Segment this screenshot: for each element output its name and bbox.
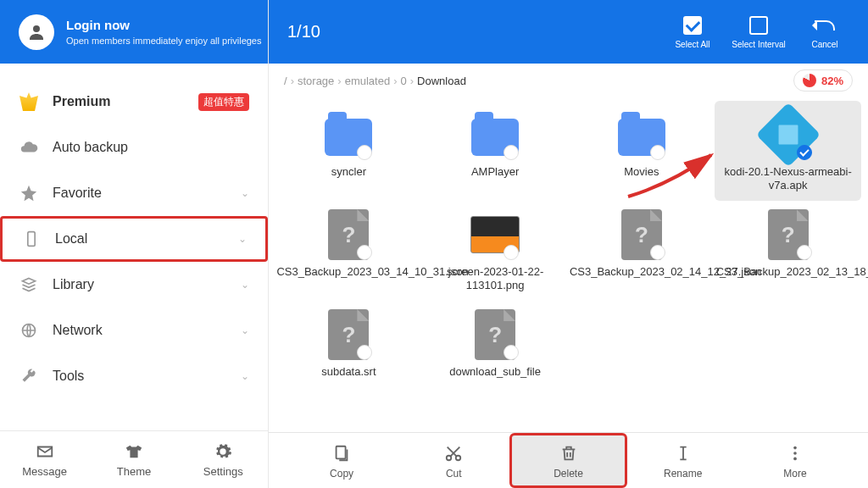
crumb-emulated[interactable]: emulated — [345, 75, 390, 87]
select-dot[interactable] — [650, 245, 665, 260]
local-label: Local — [55, 231, 238, 247]
message-label: Message — [22, 465, 67, 478]
chevron-right-icon: › — [337, 75, 341, 87]
kodi-icon — [755, 103, 820, 167]
action-delete[interactable]: Delete — [509, 433, 626, 488]
select-dot[interactable] — [650, 145, 665, 160]
folder-movies[interactable]: Movies — [569, 101, 715, 201]
select-dot-checked[interactable] — [797, 145, 812, 160]
crumb-download[interactable]: Download — [417, 75, 466, 87]
action-cut[interactable]: Cut — [398, 433, 509, 488]
file-json-1[interactable]: ? CS3_Backup_2023_03_14_10_31.json — [275, 201, 422, 301]
file-download-sub[interactable]: ? download_sub_file — [422, 301, 569, 401]
select-dot[interactable] — [504, 245, 519, 260]
chevron-down-icon: ⌄ — [241, 279, 249, 291]
folder-syncler[interactable]: syncler — [275, 101, 422, 201]
sidebar-item-tools[interactable]: Tools ⌄ — [0, 353, 268, 399]
svg-point-6 — [793, 446, 797, 449]
chevron-down-icon: ⌄ — [241, 370, 249, 382]
select-all-button[interactable]: Select All — [659, 14, 726, 49]
theme-label: Theme — [117, 465, 151, 478]
storage-pct-label: 82% — [821, 75, 843, 87]
crumb-0[interactable]: 0 — [401, 75, 407, 87]
more-vertical-icon — [784, 442, 806, 464]
file-json-3[interactable]: ? CS3_Backup_2023_02_13_18_03.json — [715, 201, 861, 301]
file-json-2[interactable]: ? CS3_Backup_2023_02_14_12_27.json — [569, 201, 715, 301]
rename-label: Rename — [664, 468, 702, 480]
svg-point-7 — [793, 452, 797, 455]
cancel-button[interactable]: Cancel — [792, 14, 858, 49]
checkbox-unchecked-icon — [748, 14, 770, 36]
action-rename[interactable]: Rename — [627, 433, 739, 488]
premium-badge: 超值特惠 — [198, 93, 249, 111]
library-label: Library — [53, 277, 241, 292]
avatar-icon — [19, 14, 54, 50]
action-copy[interactable]: Copy — [286, 433, 398, 488]
folder-amplayer[interactable]: AMPlayer — [422, 101, 569, 201]
select-dot[interactable] — [504, 345, 519, 360]
chevron-right-icon: › — [291, 75, 294, 87]
file-name: download_sub_file — [449, 365, 541, 379]
chevron-right-icon: › — [393, 75, 397, 87]
cancel-label: Cancel — [811, 40, 837, 49]
select-interval-label: Select Interval — [732, 40, 785, 49]
select-dot[interactable] — [797, 245, 812, 260]
sidebar-item-local[interactable]: Local ⌄ — [0, 216, 268, 262]
checkbox-checked-icon — [682, 14, 704, 36]
select-interval-button[interactable]: Select Interval — [726, 14, 792, 49]
file-name: CS3_Backup_2023_02_14_12_27.json — [570, 265, 714, 279]
select-dot[interactable] — [357, 145, 372, 160]
sidebar-item-network[interactable]: Network ⌄ — [0, 308, 268, 353]
star-icon — [19, 183, 39, 203]
copy-label: Copy — [330, 468, 353, 480]
storage-badge[interactable]: 82% — [793, 69, 853, 92]
file-screenshot[interactable]: screen-2023-01-22-113101.png — [422, 201, 569, 301]
pie-icon — [803, 74, 816, 87]
svg-point-8 — [793, 457, 797, 460]
copy-icon — [331, 442, 353, 464]
sidebar-item-library[interactable]: Library ⌄ — [0, 262, 268, 308]
file-name: subdata.srt — [321, 365, 376, 379]
select-dot[interactable] — [357, 345, 372, 360]
gear-icon — [213, 441, 233, 462]
globe-icon — [19, 320, 39, 341]
mail-icon — [35, 441, 55, 462]
select-dot[interactable] — [504, 145, 519, 160]
svg-point-0 — [33, 25, 40, 32]
sidebar-item-premium[interactable]: Premium 超值特惠 — [0, 79, 268, 125]
undo-icon — [814, 14, 836, 36]
file-name: Movies — [624, 165, 659, 179]
file-name: screen-2023-01-22-113101.png — [423, 265, 567, 293]
login-block[interactable]: Login now Open members immediately enjoy… — [0, 0, 268, 64]
bottom-tab-settings[interactable]: Settings — [179, 431, 268, 488]
bottom-tab-message[interactable]: Message — [0, 431, 89, 488]
file-kodi-apk[interactable]: kodi-20.1-Nexus-armeabi-v7a.apk — [715, 101, 861, 201]
layers-icon — [19, 274, 39, 295]
sidebar-item-autobackup[interactable]: Auto backup — [0, 125, 268, 170]
file-name: syncler — [331, 165, 366, 179]
file-name: CS3_Backup_2023_02_13_18_03.json — [716, 265, 860, 279]
sidebar-item-favorite[interactable]: Favorite ⌄ — [0, 170, 268, 216]
crumb-root[interactable]: / — [284, 75, 287, 87]
file-subdata[interactable]: ? subdata.srt — [275, 301, 422, 401]
file-name: kodi-20.1-Nexus-armeabi-v7a.apk — [716, 165, 860, 193]
chevron-right-icon: › — [410, 75, 414, 87]
crumb-storage[interactable]: storage — [298, 75, 334, 87]
favorite-label: Favorite — [53, 186, 241, 201]
chevron-down-icon: ⌄ — [241, 324, 249, 336]
file-name: CS3_Backup_2023_03_14_10_31.json — [276, 265, 420, 279]
bottom-tab-theme[interactable]: Theme — [89, 431, 178, 488]
select-all-label: Select All — [675, 40, 709, 49]
login-subtitle: Open members immediately enjoy all privi… — [66, 36, 261, 46]
action-more[interactable]: More — [739, 433, 851, 488]
select-dot[interactable] — [357, 245, 372, 260]
tshirt-icon — [124, 441, 144, 462]
cursor-text-icon — [672, 442, 694, 464]
autobackup-label: Auto backup — [53, 140, 249, 155]
cloud-icon — [19, 137, 39, 158]
wrench-icon — [19, 366, 39, 386]
network-label: Network — [53, 323, 241, 338]
more-label: More — [783, 468, 806, 480]
cut-label: Cut — [446, 468, 462, 480]
breadcrumb[interactable]: / › storage › emulated › 0 › Download 82… — [269, 64, 868, 97]
